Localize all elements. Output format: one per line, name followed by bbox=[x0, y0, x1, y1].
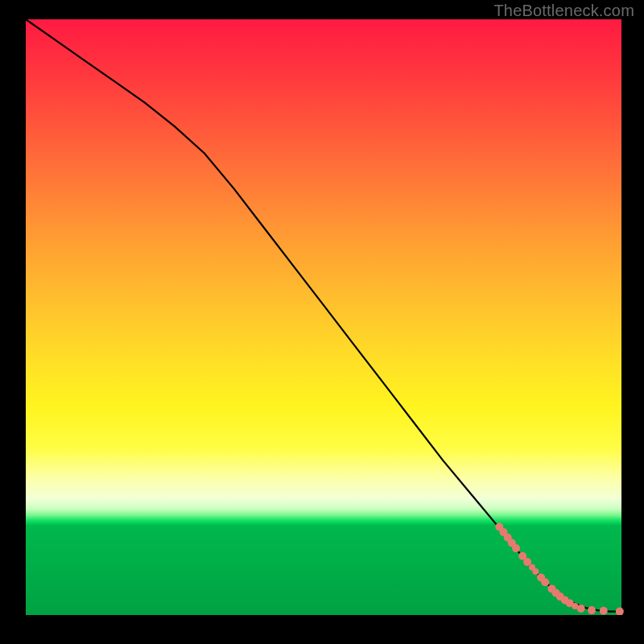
plot-area bbox=[26, 19, 621, 615]
chart-stage: TheBottleneck.com bbox=[0, 0, 644, 644]
scatter-dot bbox=[588, 606, 596, 614]
scatter-cluster bbox=[495, 523, 624, 616]
scatter-dot bbox=[577, 605, 585, 613]
scatter-dot bbox=[523, 558, 531, 566]
curve-line bbox=[26, 19, 621, 612]
scatter-dot bbox=[541, 578, 549, 586]
chart-svg bbox=[26, 19, 621, 615]
scatter-dot bbox=[532, 568, 539, 575]
scatter-dot bbox=[600, 607, 608, 615]
scatter-dot bbox=[512, 544, 520, 552]
watermark-text: TheBottleneck.com bbox=[493, 2, 634, 20]
bottom-border bbox=[26, 615, 621, 621]
